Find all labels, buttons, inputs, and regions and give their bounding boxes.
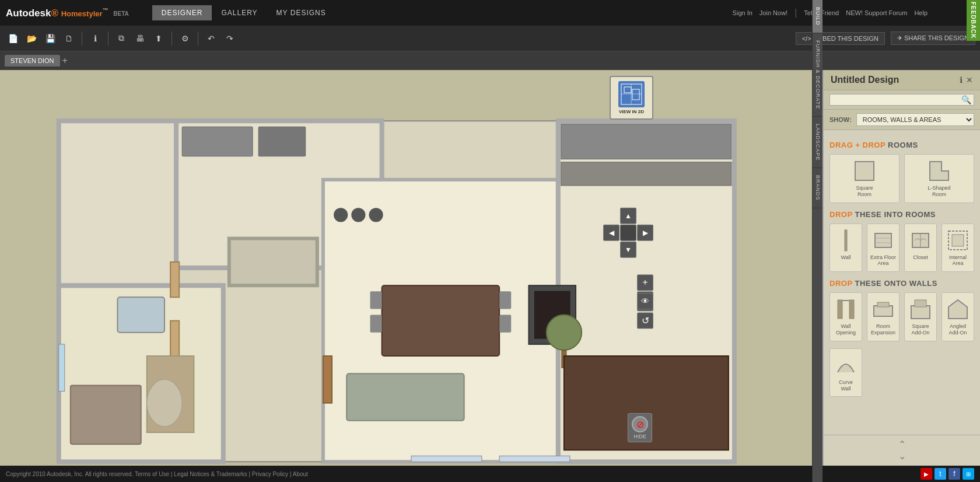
svg-rect-11 [411, 456, 482, 462]
toolbar-separator-3 [172, 32, 172, 46]
square-room-icon [853, 159, 876, 183]
svg-rect-12 [499, 456, 570, 462]
drop-into-rooms-header: DROP THESE INTO ROOMS [830, 210, 974, 219]
export-button[interactable]: ⬆ [150, 30, 167, 47]
nav-down-button[interactable]: ▼ [620, 242, 636, 258]
save-button[interactable]: 💾 [42, 30, 58, 47]
toolbar-separator-2 [108, 32, 108, 46]
search-input[interactable] [832, 95, 961, 105]
redo-button[interactable]: ↷ [222, 30, 238, 47]
nav-links: DESIGNER GALLERY MY DESIGNS [141, 5, 335, 20]
facebook-button[interactable]: f [949, 468, 960, 480]
wall-opening-item[interactable]: WallOpening [830, 292, 862, 341]
print-button[interactable]: 🖶 [132, 30, 148, 47]
vtab-furnish[interactable]: FURNISH & DECORATE [813, 33, 822, 117]
microsoft-button[interactable]: ⊞ [963, 468, 974, 480]
svg-marker-43 [930, 162, 949, 180]
tab-bar: STEVEN DION + [0, 51, 980, 70]
internal-area-item[interactable]: InternalArea [942, 223, 974, 273]
tab-steven-dion[interactable]: STEVEN DION [5, 55, 60, 67]
lshaped-room-item[interactable]: L-ShapedRoom [904, 154, 974, 203]
into-rooms-grid: Wall Extra FloorArea [830, 223, 974, 273]
square-addon-label: SquareAdd-On [911, 323, 929, 336]
wall-item[interactable]: Wall [830, 223, 862, 273]
top-navigation: Autodesk® Homestyler™ BETA DESIGNER GALL… [0, 0, 980, 26]
square-addon-icon [909, 298, 932, 321]
youtube-button[interactable]: ▶ [921, 468, 932, 480]
curve-wall-item[interactable]: CurveWall [830, 348, 862, 397]
feedback-tab[interactable]: FEEDBACK [967, 0, 980, 41]
svg-rect-14 [258, 127, 306, 156]
search-icon[interactable]: 🔍 [961, 95, 971, 104]
nav-gallery[interactable]: GALLERY [212, 5, 267, 20]
drop-onto-walls-header: DROP THESE ONTO WALLS [830, 279, 974, 288]
square-addon-item[interactable]: SquareAdd-On [904, 292, 937, 341]
room-expansion-item[interactable]: RoomExpansion [867, 292, 900, 341]
svg-rect-20 [370, 315, 382, 333]
help-link[interactable]: Help [914, 9, 928, 16]
join-now-link[interactable]: Join Now! [760, 9, 788, 16]
nav-left-button[interactable]: ◀ [603, 225, 620, 241]
open-file-button[interactable]: 📂 [23, 30, 40, 47]
floorplan-canvas [0, 70, 822, 466]
drag-drop-rooms-header: DRAG + DROP ROOMS [830, 141, 974, 149]
vtab-landscape[interactable]: LANDSCAPE [813, 117, 822, 169]
internal-area-label: InternalArea [949, 254, 967, 267]
svg-rect-22 [499, 315, 511, 333]
vtab-brands[interactable]: BRANDS [813, 168, 822, 208]
collapse-down-button[interactable]: ⌄ [827, 450, 977, 462]
footer-copyright: Copyright 2010 Autodesk, Inc. All rights… [6, 471, 308, 477]
svg-rect-58 [915, 300, 926, 307]
footer: Copyright 2010 Autodesk, Inc. All rights… [0, 466, 980, 482]
search-area: 🔍 [824, 90, 980, 110]
nav-right-button[interactable]: ▶ [637, 225, 653, 241]
svg-rect-10 [59, 344, 65, 392]
rotate-ccw-button[interactable]: ↺ [637, 312, 653, 329]
embed-design-button[interactable]: </> EMBED THIS DESIGN [796, 32, 885, 45]
save-as-button[interactable]: 🗋 [61, 30, 77, 47]
info-button[interactable]: ℹ [87, 30, 103, 47]
nav-my-designs[interactable]: MY DESIGNS [267, 5, 335, 20]
angled-addon-item[interactable]: AngledAdd-On [942, 292, 974, 341]
svg-rect-25 [561, 124, 732, 159]
info-panel-icon[interactable]: ℹ [960, 75, 963, 85]
show-select[interactable]: ROOMS, WALLS & AREAS ROOMS ONLY WALLS ON… [856, 113, 974, 126]
closet-label: Closet [913, 254, 928, 261]
svg-rect-8 [170, 262, 179, 297]
blueprint-icon [618, 81, 645, 107]
settings-button[interactable]: ⚙ [177, 30, 193, 47]
closet-item[interactable]: Closet [904, 223, 937, 273]
support-forum-link[interactable]: NEW! Support Forum [846, 9, 907, 16]
svg-rect-53 [849, 300, 854, 319]
nav-up-button[interactable]: ▲ [620, 208, 636, 224]
svg-rect-26 [561, 162, 732, 186]
undo-button[interactable]: ↶ [203, 30, 219, 47]
collapse-up-button[interactable]: ⌃ [827, 439, 977, 450]
twitter-button[interactable]: t [935, 468, 946, 480]
new-file-button[interactable]: 📄 [5, 30, 21, 47]
canvas-area[interactable]: VIEW IN 2D ▲ ◀ ▶ ▼ + − ↻ ↺ 👁 [0, 70, 822, 466]
internal-area-icon [946, 229, 970, 252]
extra-floor-item[interactable]: Extra FloorArea [867, 223, 900, 273]
camera-view-button[interactable]: 👁 [637, 293, 653, 309]
view-2d-button[interactable]: VIEW IN 2D [610, 76, 653, 120]
wall-opening-icon [834, 298, 858, 321]
share-design-button[interactable]: ✈ SHARE THIS DESIGN [891, 32, 975, 45]
svg-marker-59 [949, 300, 967, 319]
copy-button[interactable]: ⧉ [113, 30, 130, 47]
extra-floor-label: Extra FloorArea [870, 254, 896, 267]
zoom-in-button[interactable]: + [637, 274, 653, 291]
square-room-item[interactable]: SquareRoom [830, 154, 900, 203]
nav-designer[interactable]: DESIGNER [152, 5, 212, 20]
close-panel-icon[interactable]: ✕ [966, 75, 973, 85]
angled-addon-label: AngledAdd-On [949, 323, 967, 336]
vtab-build[interactable]: BUILD [813, 0, 822, 33]
svg-point-32 [147, 379, 182, 427]
hide-button[interactable]: ⊘ HIDE [628, 413, 652, 442]
nav-center[interactable] [620, 225, 636, 241]
room-expansion-icon [872, 298, 895, 321]
logo-text: Autodesk® Homestyler™ BETA [6, 7, 129, 19]
sign-in-link[interactable]: Sign In [733, 9, 752, 16]
add-tab-button[interactable]: + [62, 55, 68, 66]
right-panel-header: Untitled Design ℹ ✕ [824, 70, 980, 90]
